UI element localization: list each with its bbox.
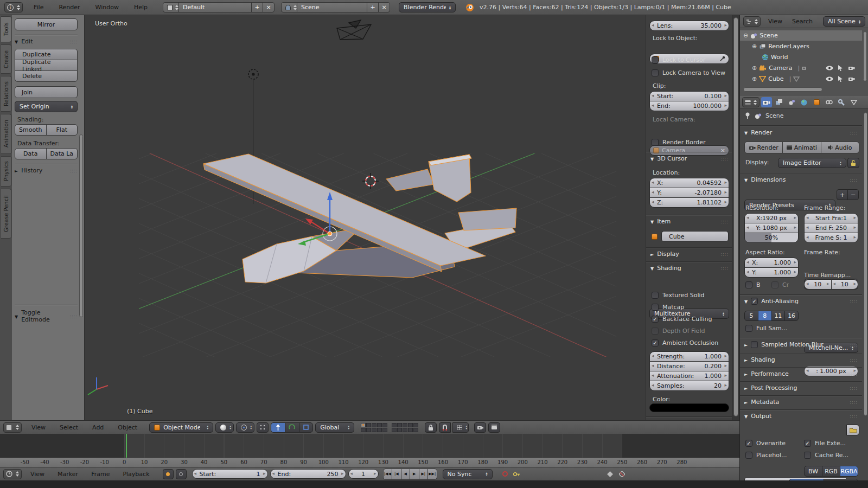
lens-field[interactable]: Lens: 35.000	[649, 21, 729, 31]
dimensions-panel-header[interactable]: Dimensions	[744, 176, 858, 183]
aa-samples-11-button[interactable]: 11	[771, 311, 786, 321]
manipulator-rotate-button[interactable]	[285, 422, 299, 433]
jump-to-start-button[interactable]: |◀◀	[383, 468, 393, 480]
ao-strength-field[interactable]: Strength:1.000	[649, 351, 729, 362]
placeholders-checkbox[interactable]	[745, 452, 752, 459]
display-panel-header[interactable]: Display	[650, 251, 729, 258]
post-processing-panel-header[interactable]: Post Processing	[744, 384, 858, 391]
tab-animation[interactable]: Animation	[1, 114, 12, 154]
overwrite-row[interactable]: Overwrite	[745, 440, 786, 447]
properties-scrollbar[interactable]	[864, 112, 867, 416]
metadata-panel-header[interactable]: Metadata	[744, 399, 858, 406]
editor-type-outliner-button[interactable]	[743, 16, 761, 27]
renderability-camera-icon[interactable]	[848, 76, 855, 81]
viewport-canvas[interactable]: User Ortho (1) Cube	[85, 15, 646, 420]
depth-of-field-row[interactable]: Depth Of Field	[652, 328, 705, 335]
delete-keyframe-button[interactable]	[617, 471, 627, 477]
ao-distance-field[interactable]: Distance:0.200	[649, 361, 729, 371]
outliner-row-cube[interactable]: Cube	[740, 74, 862, 84]
play-button[interactable]: ▶	[410, 468, 419, 480]
menu-marker[interactable]: Marker	[55, 471, 80, 478]
opengl-render-animation-button[interactable]	[488, 422, 500, 433]
panel-grip-icon[interactable]	[850, 341, 858, 348]
layers-widget-group1[interactable]	[361, 423, 387, 432]
aa-samples-8-button[interactable]: 8	[758, 311, 772, 321]
item-panel-header[interactable]: Item	[650, 218, 729, 225]
panel-grip-icon[interactable]	[850, 129, 858, 136]
border-row[interactable]: B	[745, 281, 761, 288]
screen-layout-icon-button[interactable]	[163, 2, 179, 12]
frame-step-field[interactable]: Frame S: 1	[804, 233, 858, 243]
panel-grip-icon[interactable]	[720, 155, 729, 162]
outliner-row-world[interactable]: World	[740, 52, 862, 62]
collapse-icon[interactable]	[743, 32, 748, 39]
tab-tools[interactable]: Tools	[1, 16, 12, 42]
duplicate-linked-button[interactable]: Duplicate Linked	[15, 60, 78, 71]
menu-add[interactable]: Add	[90, 424, 106, 431]
render-display-dropdown[interactable]: Image Editor	[778, 158, 846, 168]
object-name-field[interactable]: Cube	[661, 231, 729, 242]
panel-grip-icon[interactable]	[720, 251, 729, 258]
tab-render-layers[interactable]	[774, 97, 784, 107]
scene-name-field[interactable]: Scene	[297, 2, 367, 12]
menu-file[interactable]: File	[31, 4, 46, 11]
matcap-checkbox[interactable]	[652, 304, 659, 311]
file-extensions-checkbox[interactable]	[804, 440, 811, 447]
color-mode-rgba-button[interactable]: RGBA	[840, 466, 858, 477]
auto-keyframe-mode-button[interactable]	[176, 469, 187, 479]
panel-grip-icon[interactable]	[69, 167, 78, 174]
data-button[interactable]: Data	[15, 148, 47, 159]
record-button[interactable]	[500, 471, 510, 477]
file-extensions-row[interactable]: File Exte...	[804, 440, 846, 447]
panel-grip-icon[interactable]	[850, 384, 858, 391]
expand-icon[interactable]	[752, 75, 757, 82]
remap-old-field[interactable]: 10	[804, 279, 832, 290]
frame-end-field[interactable]: End F: 250	[804, 223, 858, 233]
timeline-tracks-area[interactable]	[0, 434, 739, 458]
smooth-button[interactable]: Smooth	[15, 124, 47, 136]
resolution-percentage-slider[interactable]: 50%	[744, 233, 799, 243]
panel-grip-icon[interactable]	[69, 313, 78, 320]
play-reverse-button[interactable]: ◀	[401, 468, 411, 480]
menu-frame[interactable]: Frame	[89, 471, 112, 478]
resolution-x-field[interactable]: X:1920 px	[744, 213, 799, 223]
frame-start-field[interactable]: Start Fra:1	[804, 213, 858, 223]
current-frame-field[interactable]: 1	[348, 469, 379, 479]
camera-object[interactable]	[337, 20, 371, 40]
motion-blur-checkbox[interactable]	[751, 341, 758, 348]
tab-world[interactable]	[799, 97, 809, 107]
delete-screen-layout-button[interactable]: ×	[263, 2, 275, 12]
editor-type-info-button[interactable]: i	[4, 2, 23, 12]
tab-constraints[interactable]	[824, 97, 834, 107]
ao-samples-field[interactable]: Samples:20	[649, 381, 729, 391]
cursor-3d[interactable]	[362, 173, 379, 189]
browse-output-button[interactable]	[846, 425, 859, 435]
aa-samples-16-button[interactable]: 16	[784, 311, 799, 321]
npanel-scrollbar-thumb[interactable]	[733, 17, 738, 416]
cursor-z-field[interactable]: Z:1.81102	[649, 197, 729, 208]
mirror-button[interactable]: Mirror	[15, 18, 78, 30]
panel-grip-icon[interactable]	[69, 38, 78, 45]
ambient-occlusion-row[interactable]: Ambient Occlusion	[652, 339, 718, 346]
lock-to-cursor-checkbox[interactable]	[652, 56, 659, 63]
ao-color-swatch[interactable]	[649, 403, 729, 412]
menu-timeline-view[interactable]: View	[28, 471, 47, 478]
snap-element-dropdown[interactable]	[452, 422, 469, 433]
clear-icon[interactable]: ×	[720, 147, 725, 154]
selectability-arrow-icon[interactable]	[838, 65, 843, 71]
clip-start-field[interactable]: Start:0.100	[649, 91, 729, 101]
crop-checkbox[interactable]	[771, 281, 778, 288]
set-origin-dropdown[interactable]: Set Origin	[15, 101, 78, 112]
render-panel-header[interactable]: Render	[744, 129, 858, 136]
textured-solid-row[interactable]: Textured Solid	[652, 292, 705, 299]
menu-render[interactable]: Render	[56, 4, 82, 11]
lock-camera-to-view-checkbox[interactable]	[652, 69, 659, 76]
color-mode-bw-button[interactable]: BW	[804, 466, 822, 477]
renderability-camera-icon[interactable]	[848, 66, 855, 70]
editor-type-properties-button[interactable]	[742, 97, 760, 107]
sampled-motion-blur-panel-header[interactable]: Sampled Motion Blur	[744, 341, 858, 348]
crop-row[interactable]: Cr	[771, 281, 789, 288]
join-button[interactable]: Join	[15, 86, 78, 98]
outliner-row-scene[interactable]: Scene	[740, 30, 862, 41]
delete-button[interactable]: Delete	[15, 70, 78, 82]
